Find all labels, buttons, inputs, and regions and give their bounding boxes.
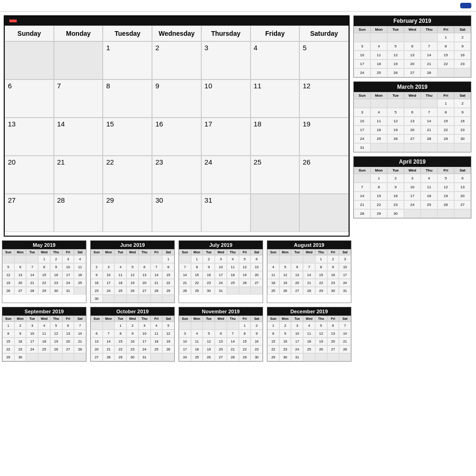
r-day-cell: 13: [454, 183, 471, 192]
s-day-cell: 16: [203, 271, 215, 279]
r-day-header: Thu: [421, 26, 437, 33]
r-day-cell: 26: [437, 200, 454, 209]
s-day-cell: 28: [227, 353, 239, 361]
r-day-cell: 23: [454, 60, 471, 68]
s-day-header: Tue: [26, 316, 38, 322]
s-day-cell: 30: [203, 287, 215, 295]
s-day-cell: 5: [203, 330, 215, 337]
s-day-header: Fri: [151, 249, 163, 255]
r-day-cell: 10: [354, 51, 370, 60]
s-day-cell: 30: [279, 353, 291, 361]
s-day-cell: 22: [162, 279, 174, 287]
s-day-cell: [103, 255, 115, 263]
s-day-cell: 6: [62, 322, 74, 330]
day-cell: 27: [5, 194, 54, 232]
small-cal-header: July 2019: [179, 241, 263, 249]
s-day-cell: 22: [114, 345, 126, 353]
s-day-cell: 19: [203, 345, 215, 353]
r-day-cell: 18: [370, 126, 387, 134]
s-day-cell: 21: [26, 279, 38, 287]
s-day-cell: 24: [215, 279, 227, 287]
s-day-cell: 21: [303, 279, 315, 287]
r-day-cell: 13: [404, 117, 421, 126]
r-day-cell: 5: [387, 42, 404, 51]
small-cal-header: June 2019: [91, 241, 174, 249]
r-day-cell: 2: [387, 174, 404, 183]
s-day-cell: [203, 322, 215, 330]
s-day-cell: [38, 353, 50, 361]
r-day-cell: 11: [370, 51, 387, 60]
day-cell: [299, 194, 349, 232]
r-day-cell: 28: [421, 134, 437, 143]
day-cell: 9: [152, 79, 201, 118]
s-day-cell: 15: [239, 337, 251, 345]
small-cal-header: October 2019: [91, 307, 174, 316]
s-day-header: Sat: [74, 316, 86, 322]
day-cell: 13: [5, 118, 54, 156]
s-day-cell: 2: [327, 255, 339, 263]
r-day-header: Sat: [454, 167, 471, 174]
s-day-cell: 8: [2, 330, 14, 337]
r-day-cell: [370, 33, 387, 42]
s-day-cell: 25: [267, 287, 279, 295]
r-day-cell: 5: [387, 108, 404, 117]
s-day-header: Tue: [114, 316, 126, 322]
january-grid: SundayMondayTuesdayWednesdayThursdayFrid…: [5, 26, 349, 232]
r-day-cell: 1: [437, 99, 454, 108]
r-day-cell: 22: [370, 200, 387, 209]
s-day-cell: 17: [215, 271, 227, 279]
s-day-cell: 21: [339, 337, 351, 345]
r-day-cell: 14: [421, 51, 437, 60]
s-day-cell: 11: [191, 337, 203, 345]
s-day-cell: 11: [227, 263, 239, 271]
s-day-cell: 15: [162, 271, 174, 279]
s-day-cell: [191, 322, 203, 330]
s-day-cell: 29: [38, 287, 50, 295]
r-day-cell: 14: [354, 192, 370, 200]
s-day-cell: 11: [151, 330, 163, 337]
s-day-cell: 29: [267, 353, 279, 361]
s-day-cell: 8: [315, 263, 327, 271]
s-day-cell: 5: [50, 322, 62, 330]
s-day-cell: 12: [2, 271, 14, 279]
s-day-header: Sun: [91, 316, 103, 322]
s-day-cell: 26: [203, 353, 215, 361]
s-day-cell: [151, 255, 163, 263]
s-day-header: Thu: [227, 249, 239, 255]
r-day-header: Sun: [354, 92, 370, 99]
s-day-cell: 16: [50, 271, 62, 279]
s-day-cell: 2: [279, 322, 291, 330]
day-cell: [5, 41, 54, 79]
s-day-cell: 25: [227, 279, 239, 287]
s-day-cell: 10: [139, 330, 151, 337]
right-cal-grid: SunMonTueWedThuFriSat1234567891011121314…: [354, 167, 471, 218]
s-day-cell: 17: [62, 271, 74, 279]
s-day-cell: [227, 322, 239, 330]
s-day-cell: 17: [291, 337, 303, 345]
s-day-cell: 6: [14, 263, 26, 271]
s-day-cell: 5: [162, 322, 174, 330]
s-day-cell: 14: [339, 330, 351, 337]
s-day-cell: 28: [103, 353, 115, 361]
r-day-cell: 21: [421, 126, 437, 134]
s-day-header: Mon: [191, 316, 203, 322]
s-day-cell: 16: [251, 337, 263, 345]
s-day-cell: 24: [339, 279, 351, 287]
s-day-cell: 16: [327, 271, 339, 279]
s-day-cell: 22: [267, 345, 279, 353]
s-day-cell: 6: [215, 330, 227, 337]
day-cell: 19: [299, 118, 349, 156]
r-day-cell: 16: [387, 192, 404, 200]
s-day-cell: 1: [2, 322, 14, 330]
day-cell: 26: [299, 156, 349, 194]
s-day-cell: 24: [103, 287, 115, 295]
s-day-cell: [291, 255, 303, 263]
s-day-header: Mon: [14, 249, 26, 255]
s-day-cell: 23: [126, 345, 139, 353]
s-day-cell: [103, 295, 115, 303]
s-day-cell: 22: [2, 345, 14, 353]
small-cal-header: November 2019: [179, 307, 263, 316]
s-day-cell: 29: [239, 353, 251, 361]
r-day-cell: 21: [421, 60, 437, 68]
s-day-header: Wed: [303, 316, 315, 322]
